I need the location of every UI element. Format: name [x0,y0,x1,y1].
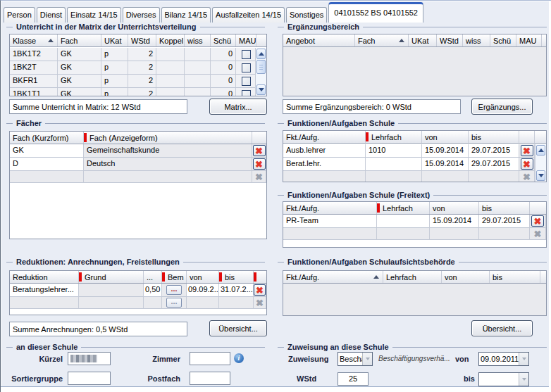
table-row[interactable]: 1BK1T2 GK p 2 0 [10,48,256,61]
col-von[interactable]: von [442,271,490,283]
mau-checkbox[interactable] [242,77,251,86]
mau-checkbox[interactable] [242,90,251,97]
cell-delete [252,171,266,183]
matrix-button[interactable]: Matrix... [209,99,267,115]
col-von[interactable]: von [187,271,219,283]
empty-row[interactable] [283,171,535,182]
col-fach-anzeigeform[interactable]: Fach (Anzeigeform) [84,132,252,144]
tab-bilanz[interactable]: Bilanz 14/15 [161,7,211,23]
zimmer-input[interactable] [190,352,230,365]
col-fach[interactable]: Fach [58,34,101,46]
table-row[interactable]: 1BK1T1 GK p 2 0 [10,88,256,96]
col-wstd[interactable]: WStd [437,34,463,46]
group-label: an dieser Schule [16,343,78,351]
col-bis[interactable]: bis [490,271,540,283]
empty-row[interactable] [10,171,266,183]
zuweisung-select[interactable]: Beschä [338,352,373,366]
col-angebot[interactable]: Angebot [283,34,355,46]
col-lehrfach[interactable]: Lehrfach [383,271,442,283]
tab-diverses[interactable]: Diverses [123,7,160,23]
col-wiss[interactable]: wiss [463,34,490,46]
scroll-down-button[interactable] [536,170,545,181]
col-grund[interactable]: Grund [79,271,144,283]
scrollbar-thumb[interactable] [256,60,266,74]
delete-row-button[interactable] [531,215,544,227]
dropdown-arrow-icon[interactable] [362,353,372,365]
col-bis[interactable]: bis [469,131,519,143]
col-reduktion[interactable]: Reduktion [10,271,79,283]
empty-row[interactable] [283,228,546,240]
col-von[interactable]: von [430,202,479,214]
delete-row-button[interactable] [521,145,533,156]
wstd-input[interactable]: 25 [338,372,369,386]
scroll-up-button[interactable] [536,145,545,156]
delete-row-button[interactable] [253,145,266,156]
ergaenzungs-button[interactable]: Ergänzungs... [471,99,533,115]
col-ukat[interactable]: UKat [101,34,128,46]
table-row[interactable]: PR-Team 15.09.2014 29.07.2015 [283,215,546,228]
mau-checkbox[interactable] [242,50,251,59]
bem-ellipsis-button[interactable]: ... [166,285,182,295]
arrow-down-icon [259,88,264,91]
bem-ellipsis-button[interactable]: ... [166,298,182,308]
tab-sonstiges[interactable]: Sonstiges [286,7,327,23]
uebersicht-button-left[interactable]: Übersicht... [209,320,267,336]
table-row[interactable]: 1BK2T GK p 2 0 [10,61,256,75]
col-lehrfach[interactable]: Lehrfach [366,131,422,143]
table-row[interactable]: GK Gemeinschaftskunde [10,144,266,158]
tab-ausfallzeiten[interactable]: Ausfallzeiten 14/15 [212,7,285,23]
col-fach[interactable]: Fach [355,34,409,46]
table-row[interactable]: Ausb.lehrer 1010 15.09.2014 29.07.2015 [283,144,535,158]
col-fach-kurzform[interactable]: Fach (Kurzform) [10,132,84,144]
sortiergruppe-input[interactable] [68,372,111,385]
col-fkt-aufg[interactable]: Fkt./Aufg. [283,271,383,283]
uebersicht-button-right[interactable]: Übersicht... [471,320,533,336]
tab-dienst[interactable]: Dienst [37,7,66,23]
postfach-input[interactable] [190,372,230,385]
scroll-up-button[interactable] [256,49,266,59]
bis-date-select[interactable] [478,372,529,386]
col-wstd[interactable]: WStd [128,34,156,46]
tab-active-school[interactable]: 04101552 BS 04101552 [328,2,423,23]
col-schue[interactable]: Schü [490,34,516,46]
mau-checkbox[interactable] [242,63,251,72]
col-lehrfach[interactable]: Lehrfach [377,202,430,214]
delete-row-button[interactable] [253,158,266,170]
info-icon[interactable]: i [234,353,244,363]
vertical-scrollbar[interactable] [535,144,546,182]
delete-row-disabled-icon [521,171,533,182]
delete-row-button[interactable] [254,284,266,296]
col-fkt-aufg[interactable]: Fkt./Aufg. [283,202,377,214]
table-row[interactable]: BKFR1 GK p 2 0 [10,75,256,88]
col-koppel[interactable]: Koppel [156,34,185,46]
col-ukat[interactable]: UKat [409,34,437,46]
dropdown-arrow-icon[interactable] [519,353,528,365]
group-title-zuweisung: Zuweisung an diese Schule [278,343,547,351]
dropdown-arrow-icon[interactable] [519,373,528,386]
col-von[interactable]: von [422,131,469,143]
col-mau[interactable]: MAU [516,34,542,46]
cell-anzeigeform [84,171,252,183]
table-row[interactable]: D Deutsch [10,158,266,171]
col-wiss[interactable]: wiss [185,34,211,46]
tab-person[interactable]: Person [4,7,35,23]
von-date-select[interactable]: 09.09.2011 [478,352,529,366]
col-bis[interactable]: bis [479,202,530,214]
table-row[interactable]: Berat.lehr. 15.09.2014 29.07.2015 [283,158,535,171]
kuerzel-input[interactable] [68,352,111,365]
col-wert[interactable]: ... [144,271,162,283]
tab-einsatz[interactable]: Einsatz 14/15 [67,7,121,23]
vertical-scrollbar[interactable] [255,48,266,96]
empty-row[interactable]: ... [10,297,266,309]
col-schue[interactable]: Schü [211,34,236,46]
col-mau[interactable]: MAU [236,34,256,46]
cell-koppel [156,48,185,61]
anrechnungen-sum-box: Summe Anrechnungen: 0,5 WStd [9,322,187,336]
col-bis[interactable]: bis [219,271,254,283]
table-row[interactable]: Beratungslehrer... 0,50 ... 09.09.2... 3… [10,284,266,297]
col-bem[interactable]: Bem [162,271,187,283]
delete-row-button[interactable] [521,158,533,170]
col-fkt-aufg[interactable]: Fkt./Aufg. [283,131,366,143]
col-klasse[interactable]: Klasse [10,34,58,46]
scroll-down-button[interactable] [256,84,266,95]
